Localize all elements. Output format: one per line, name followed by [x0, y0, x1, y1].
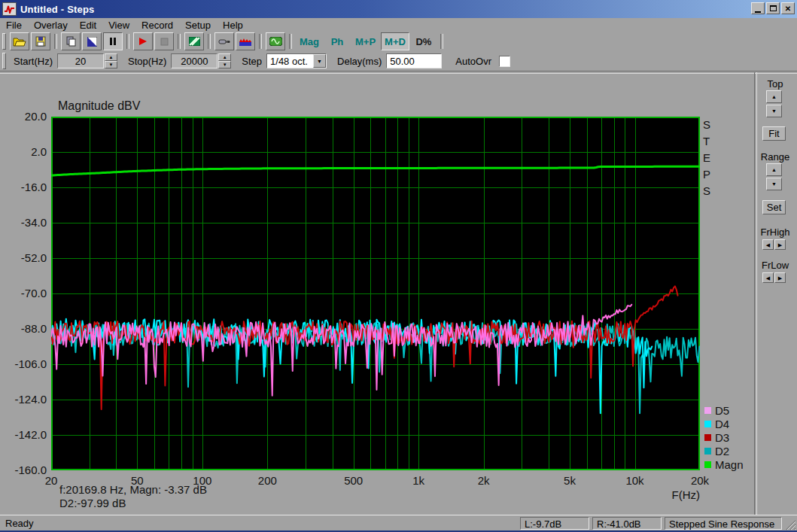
range-up-button[interactable]: ▲	[766, 163, 782, 176]
range-down-button[interactable]: ▼	[766, 178, 782, 190]
x-tick-label: 200	[241, 474, 294, 487]
calibrate-button[interactable]	[184, 32, 204, 50]
stop-spin-up-button[interactable]: ▲	[218, 53, 231, 61]
pause-icon	[109, 37, 117, 46]
x-axis-title: F(Hz)	[653, 488, 700, 501]
stop-spin-down-button[interactable]: ▼	[218, 61, 231, 68]
frlow-left-button[interactable]: ◀	[762, 272, 774, 283]
menu-bar: FileOverlayEditViewRecordSetupHelp	[0, 18, 797, 32]
copy-button[interactable]	[61, 32, 81, 50]
stop-hz-field[interactable]: 20000	[171, 53, 218, 68]
autoovr-checkbox[interactable]	[499, 56, 510, 67]
menu-item-file[interactable]: File	[0, 19, 28, 32]
x-tick-label: 20k	[674, 474, 726, 487]
stop-button[interactable]	[154, 32, 174, 50]
start-hz-label: Start(Hz)	[14, 56, 53, 67]
mode-panel: Stepped Sine Response	[665, 517, 782, 530]
legend-item-d2: D2	[704, 445, 744, 458]
view-mag-button[interactable]: Mag	[296, 32, 323, 50]
magnitude-plot[interactable]	[51, 117, 700, 470]
calibrate-diagonal-icon	[189, 37, 200, 46]
legend-swatch-icon	[704, 421, 711, 427]
generator-button[interactable]	[266, 32, 285, 50]
copy-page-icon	[65, 36, 76, 47]
arrow-right-icon: ▶	[778, 275, 782, 281]
steps-watermark: STEPS	[703, 117, 710, 199]
minimize-button[interactable]	[751, 2, 765, 14]
y-tick-label: -88.0	[0, 322, 47, 335]
frhigh-left-button[interactable]: ◀	[762, 239, 774, 250]
save-button[interactable]	[31, 32, 50, 50]
maximize-button[interactable]	[766, 2, 780, 14]
watermark-letter: S	[703, 117, 710, 133]
delay-label: Delay(ms)	[337, 56, 382, 67]
legend-swatch-icon	[704, 407, 711, 414]
toolbar-grip[interactable]	[2, 33, 6, 50]
start-hz-field[interactable]: 20	[57, 53, 104, 68]
status-bar: Ready L:-9.7dB R:-41.0dB Stepped Sine Re…	[0, 515, 797, 531]
settings-grip[interactable]	[2, 53, 6, 69]
start-spin-up-button[interactable]: ▲	[105, 53, 117, 61]
arrow-right-icon: ▶	[778, 242, 782, 248]
toolbar-separator	[208, 34, 211, 49]
view-ph-button[interactable]: Ph	[324, 32, 350, 50]
window-title: Untitled - Steps	[20, 4, 95, 15]
mic-setup-button[interactable]	[214, 32, 234, 50]
frlow-right-button[interactable]: ▶	[774, 272, 786, 283]
spectrum-button[interactable]	[236, 32, 255, 50]
frhigh-right-button[interactable]: ▶	[774, 239, 786, 250]
set-button[interactable]: Set	[762, 200, 786, 214]
frlow-label: FrLow	[756, 260, 795, 271]
signal-generator-icon	[269, 37, 282, 46]
view-mp-button[interactable]: M+P	[351, 32, 379, 50]
y-tick-label: -52.0	[0, 251, 47, 264]
view-dpct-button[interactable]: D%	[411, 32, 437, 50]
chart-legend: D5D4D3D2Magn	[704, 404, 744, 472]
x-tick-label: 1k	[392, 474, 445, 487]
pause-button[interactable]	[103, 32, 123, 50]
legend-label: Magn	[715, 458, 744, 471]
menu-item-view[interactable]: View	[102, 19, 135, 32]
menu-item-edit[interactable]: Edit	[74, 19, 102, 32]
y-tick-label: -106.0	[0, 357, 47, 370]
menu-item-overlay[interactable]: Overlay	[28, 19, 74, 32]
resize-grip[interactable]	[786, 520, 796, 530]
x-tick-label: 5k	[543, 474, 596, 487]
watermark-letter: P	[703, 166, 710, 183]
title-bar[interactable]: Untitled - Steps ✕	[0, 0, 797, 18]
start-record-button[interactable]	[133, 32, 153, 50]
toolbar: Mag Ph M+P M+D D%	[0, 32, 797, 51]
x-tick-label: 500	[327, 474, 380, 487]
range-label: Range	[756, 151, 795, 163]
open-folder-icon	[13, 36, 26, 47]
chevron-down-icon[interactable]: ▼	[313, 54, 326, 68]
x-tick-label: 2k	[458, 474, 510, 487]
status-text: Ready	[5, 518, 34, 529]
invert-bw-icon	[87, 37, 97, 47]
start-spin-down-button[interactable]: ▼	[105, 61, 117, 68]
delay-input[interactable]: 50.00	[386, 53, 442, 68]
menu-item-setup[interactable]: Setup	[179, 19, 217, 32]
invert-background-button[interactable]	[82, 32, 102, 50]
legend-item-d4: D4	[704, 418, 744, 430]
step-select[interactable]: 1/48 oct. ▼	[266, 53, 327, 68]
y-tick-label: -124.0	[0, 393, 47, 406]
y-tick-label: -34.0	[0, 216, 47, 229]
watermark-letter: T	[703, 133, 710, 150]
open-button[interactable]	[10, 32, 29, 50]
top-up-button[interactable]: ▲	[766, 90, 782, 103]
autoovr-label: AutoOvr	[455, 56, 491, 67]
right-level-panel: R:-41.0dB	[592, 517, 662, 530]
maximize-icon	[770, 5, 777, 11]
menu-item-help[interactable]: Help	[217, 19, 249, 32]
arrow-left-icon: ◀	[766, 242, 770, 248]
toolbar-separator	[289, 34, 292, 49]
view-md-button[interactable]: M+D	[381, 32, 409, 50]
close-button[interactable]: ✕	[781, 2, 795, 14]
fit-button[interactable]: Fit	[762, 126, 786, 141]
frhigh-label: FrHigh	[756, 226, 795, 238]
menu-item-record[interactable]: Record	[135, 19, 179, 32]
top-down-button[interactable]: ▼	[766, 105, 782, 117]
watermark-letter: E	[703, 150, 710, 166]
arrow-left-icon: ◀	[766, 275, 770, 281]
